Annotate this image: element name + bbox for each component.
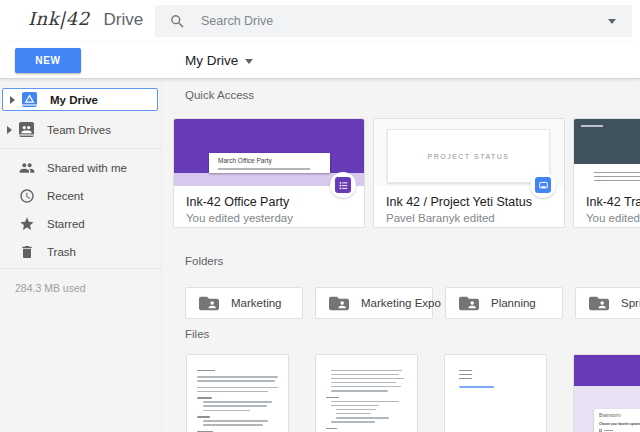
- logo-ink42-text: Ink|42: [28, 8, 90, 29]
- location-label: My Drive: [185, 53, 238, 68]
- sidebar-item-label: Recent: [47, 190, 83, 202]
- form-preview-title: March Office Party: [218, 157, 330, 164]
- folder-tile-spring[interactable]: Spring ': [575, 287, 640, 319]
- toolbar: NEW My Drive: [0, 42, 640, 79]
- form-preview-card: Brainstorm Choose your favorite options: [594, 409, 640, 432]
- logo-product-text: Drive: [104, 10, 144, 30]
- sidebar-item-recent[interactable]: Recent: [0, 184, 158, 207]
- form-preview-card: March Office Party: [209, 153, 330, 173]
- people-icon: [19, 160, 35, 176]
- app-logo[interactable]: Ink|42 Drive: [28, 8, 143, 30]
- folder-tile-marketing[interactable]: Marketing: [185, 287, 303, 319]
- sidebar-item-label: Trash: [47, 246, 76, 258]
- document-thumbnail: [187, 355, 288, 432]
- file-title: Ink-42 Office Party: [186, 195, 352, 209]
- storage-used-label: 284.3 MB used: [0, 282, 161, 294]
- expand-arrow-icon[interactable]: [10, 96, 19, 104]
- document-thumbnail: [445, 355, 546, 388]
- checkbox-option: [599, 429, 640, 432]
- shared-folder-icon: [329, 295, 349, 312]
- file-activity: You edited yesterday: [186, 212, 352, 224]
- search-input[interactable]: Search Drive: [201, 14, 273, 28]
- sidebar: My Drive Team Drives Shared with me: [0, 79, 162, 432]
- location-dropdown[interactable]: My Drive: [185, 42, 253, 78]
- search-options-caret-icon[interactable]: [608, 19, 616, 24]
- sidebar-item-shared-with-me[interactable]: Shared with me: [0, 156, 158, 179]
- trash-icon: [19, 244, 35, 260]
- file-card-document[interactable]: [186, 354, 289, 432]
- star-icon: [19, 216, 35, 232]
- form-thumbnail-body: Brainstorm Choose your favorite options: [574, 386, 640, 432]
- section-folders-label: Folders: [185, 255, 223, 267]
- sidebar-divider: [0, 148, 161, 149]
- quick-access-card-project-yeti[interactable]: PROJECT STATUS Ink 42 / Project Yeti Sta…: [373, 118, 565, 228]
- shared-folder-icon: [199, 295, 219, 312]
- slide-preview-page: PROJECT STATUS: [387, 129, 550, 183]
- sidebar-item-starred[interactable]: Starred: [0, 212, 158, 235]
- file-card-document[interactable]: [444, 354, 547, 432]
- section-files-label: Files: [185, 328, 209, 340]
- file-card-document[interactable]: [315, 354, 418, 432]
- text-line-placeholder: [218, 168, 310, 170]
- quick-access-card-office-party[interactable]: March Office Party Ink-42 Office Party Y…: [173, 118, 365, 228]
- body: My Drive Team Drives Shared with me: [0, 79, 640, 432]
- search-bar[interactable]: Search Drive: [155, 5, 632, 37]
- quick-access-card-training[interactable]: Ink-42 Training You edited at s: [573, 118, 640, 228]
- file-thumbnail: [574, 119, 640, 186]
- top-header: Ink|42 Drive Search Drive: [0, 0, 640, 42]
- folder-name: Spring ': [621, 297, 640, 309]
- my-drive-icon: [22, 92, 37, 107]
- sidebar-item-label: Starred: [47, 218, 85, 230]
- search-icon[interactable]: [169, 13, 186, 30]
- sidebar-divider: [0, 268, 161, 269]
- form-title: Brainstorm: [599, 413, 640, 418]
- team-drives-icon: [19, 122, 34, 137]
- folder-name: Planning: [491, 297, 536, 309]
- deck-text-lines: [594, 169, 640, 181]
- forms-badge: [330, 172, 356, 198]
- files-row: Brainstorm Choose your favorite options: [186, 354, 640, 432]
- new-button[interactable]: NEW: [15, 48, 81, 73]
- quick-access-row: March Office Party Ink-42 Office Party Y…: [173, 118, 640, 228]
- sidebar-item-label: Team Drives: [47, 124, 111, 136]
- file-card-form[interactable]: Brainstorm Choose your favorite options: [573, 354, 640, 432]
- text-line-placeholder: [581, 125, 603, 127]
- slides-badge: [530, 172, 556, 198]
- shared-folder-icon: [459, 295, 479, 312]
- file-title: Ink 42 / Project Yeti Status: [386, 195, 552, 209]
- form-thumbnail-header: [574, 355, 640, 386]
- shared-folder-icon: [589, 295, 609, 312]
- folder-name: Marketing: [231, 297, 282, 309]
- sidebar-item-label: Shared with me: [47, 162, 127, 174]
- main-content: Quick Access March Office Party: [162, 79, 640, 432]
- folder-tile-planning[interactable]: Planning: [445, 287, 563, 319]
- file-activity: Pavel Baranyk edited: [386, 212, 552, 224]
- file-title: Ink-42 Training: [586, 195, 640, 209]
- clock-icon: [19, 188, 35, 204]
- sidebar-item-my-drive[interactable]: My Drive: [2, 88, 158, 111]
- sidebar-item-label: My Drive: [50, 94, 98, 106]
- deck-cover: [574, 119, 640, 164]
- folder-tile-marketing-expo[interactable]: Marketing Expo: [315, 287, 433, 319]
- file-activity: You edited at s: [586, 212, 640, 224]
- form-prompt: Choose your favorite options: [599, 422, 640, 426]
- chevron-down-icon: [245, 59, 253, 64]
- sidebar-item-trash[interactable]: Trash: [0, 240, 158, 263]
- section-quick-access-label: Quick Access: [185, 89, 254, 101]
- slide-preview-title: PROJECT STATUS: [427, 153, 509, 160]
- expand-arrow-icon[interactable]: [7, 126, 16, 134]
- document-thumbnail: [316, 355, 417, 432]
- folder-name: Marketing Expo: [361, 297, 441, 309]
- folders-row: Marketing Marketing Expo Planning: [185, 287, 640, 319]
- sidebar-item-team-drives[interactable]: Team Drives: [0, 118, 158, 141]
